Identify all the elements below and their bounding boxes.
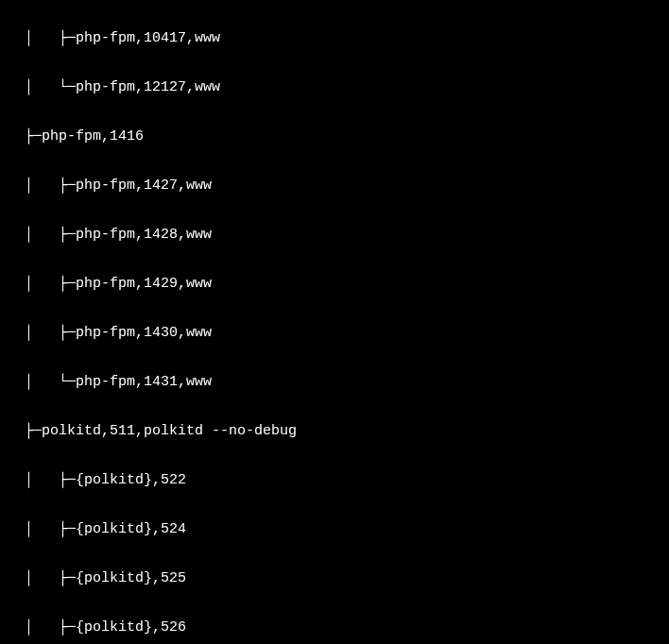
process-tree-line: │ ├─php-fpm,1427,www bbox=[8, 174, 669, 198]
process-tree-line: │ ├─php-fpm,1428,www bbox=[8, 223, 669, 247]
process-tree-line: ├─polkitd,511,polkitd --no-debug bbox=[8, 419, 669, 444]
process-tree-line: │ ├─{polkitd},525 bbox=[8, 567, 669, 591]
process-tree-line: │ ├─php-fpm,10417,www bbox=[8, 26, 669, 51]
process-tree-line: │ ├─php-fpm,1429,www bbox=[8, 272, 669, 297]
process-tree-line: │ └─php-fpm,1431,www bbox=[8, 370, 669, 395]
process-tree-line: ├─php-fpm,1416 bbox=[8, 125, 669, 149]
process-tree-line: │ ├─{polkitd},526 bbox=[8, 616, 669, 640]
process-tree-line: │ ├─{polkitd},524 bbox=[8, 517, 669, 542]
terminal-output: │ ├─php-fpm,10417,www │ └─php-fpm,12127,… bbox=[0, 0, 669, 644]
process-tree-line: │ ├─php-fpm,1430,www bbox=[8, 321, 669, 346]
process-tree-line: │ ├─{polkitd},522 bbox=[8, 468, 669, 493]
process-tree-line: │ └─php-fpm,12127,www bbox=[8, 76, 669, 100]
